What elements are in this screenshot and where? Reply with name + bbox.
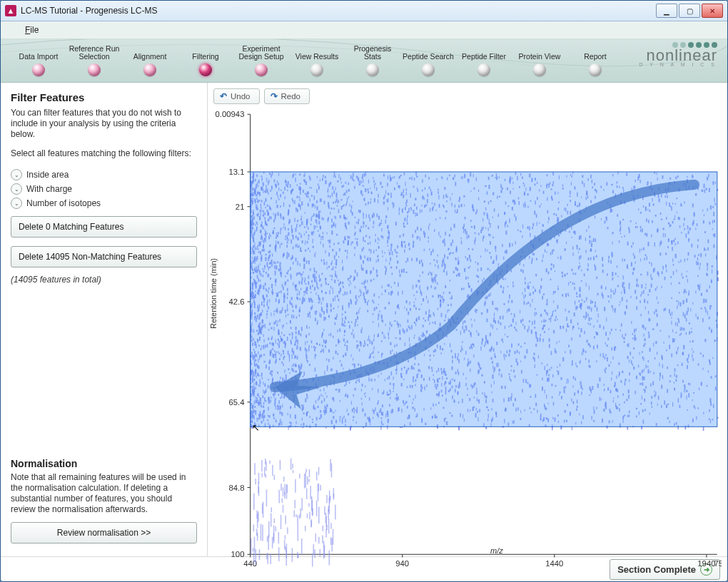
plot-panel: ↶Undo ↷Redo Retention time (min) m/z 0.0… xyxy=(208,83,727,556)
workflow-step-indicator xyxy=(88,63,101,76)
svg-rect-4240 xyxy=(331,463,333,477)
svg-rect-4327 xyxy=(323,541,325,559)
workflow-step-data-import[interactable]: Data Import xyxy=(11,44,66,76)
workflow-step-peptide-filter[interactable]: Peptide Filter xyxy=(456,44,512,76)
svg-rect-4284 xyxy=(309,512,310,519)
svg-rect-4325 xyxy=(283,487,284,496)
undo-icon: ↶ xyxy=(220,91,227,101)
delete-nonmatching-button[interactable]: Delete 14095 Non-Matching Features xyxy=(11,246,197,267)
svg-rect-4361 xyxy=(307,476,308,485)
workflow-step-indicator xyxy=(589,63,602,76)
svg-rect-4354 xyxy=(298,554,299,558)
brand-subtitle: D Y N A M I C S xyxy=(639,62,717,67)
filter-expander-label: Inside area xyxy=(26,170,69,180)
svg-rect-4314 xyxy=(285,546,286,551)
svg-rect-4281 xyxy=(325,513,327,524)
workflow-step-label: Alignment xyxy=(133,44,167,61)
workflow-step-indicator xyxy=(255,63,268,76)
svg-rect-4359 xyxy=(253,553,255,564)
svg-text:0.00943: 0.00943 xyxy=(216,110,245,118)
svg-text:75: 75 xyxy=(714,559,722,568)
svg-rect-4238 xyxy=(306,488,308,499)
minimize-button[interactable]: ▁ xyxy=(656,4,677,18)
svg-rect-4343 xyxy=(326,495,328,503)
svg-text:100: 100 xyxy=(231,550,245,558)
svg-rect-4289 xyxy=(318,537,320,543)
workflow-step-filtering[interactable]: Filtering xyxy=(178,44,233,76)
workflow-step-protein-view[interactable]: Protein View xyxy=(512,44,567,76)
svg-rect-4306 xyxy=(285,516,286,524)
workflow-step-progenesis-stats[interactable]: Progenesis Stats xyxy=(345,44,400,76)
svg-rect-4305 xyxy=(292,548,293,561)
svg-rect-4319 xyxy=(271,554,272,564)
workflow-step-label: Filtering xyxy=(192,44,218,61)
svg-rect-4312 xyxy=(255,549,256,565)
svg-rect-4321 xyxy=(253,548,254,551)
workflow-step-alignment[interactable]: Alignment xyxy=(122,44,178,76)
redo-icon: ↷ xyxy=(271,91,278,101)
workflow-step-report[interactable]: Report xyxy=(567,44,623,76)
svg-rect-4283 xyxy=(257,514,258,528)
svg-rect-4365 xyxy=(251,172,717,427)
svg-rect-4320 xyxy=(318,484,320,491)
svg-rect-4255 xyxy=(254,463,256,475)
workflow-step-indicator xyxy=(32,63,45,76)
sidebar-intro: You can filter features that you do not … xyxy=(11,108,197,140)
svg-rect-4282 xyxy=(266,489,268,506)
titlebar: ▲ LC-MS Tutorial - Progenesis LC-MS ▁ ▢ … xyxy=(1,1,727,21)
svg-rect-4323 xyxy=(262,504,263,514)
svg-rect-4260 xyxy=(316,471,318,480)
svg-rect-4244 xyxy=(297,516,298,524)
svg-rect-4231 xyxy=(285,535,286,538)
svg-text:↖: ↖ xyxy=(252,422,260,433)
svg-rect-4277 xyxy=(262,525,263,541)
file-menu[interactable]: File xyxy=(21,24,43,36)
svg-rect-4358 xyxy=(261,473,263,477)
svg-rect-4341 xyxy=(287,527,288,534)
svg-rect-4355 xyxy=(328,519,330,534)
close-button[interactable]: ✕ xyxy=(702,4,723,18)
filter-expander-inside-area[interactable]: ⌄Inside area xyxy=(11,169,197,180)
svg-rect-4256 xyxy=(278,490,280,504)
svg-rect-4330 xyxy=(312,500,313,516)
svg-rect-4300 xyxy=(286,553,288,558)
feature-total-label: (14095 features in total) xyxy=(11,275,197,285)
workflow-step-indicator xyxy=(422,63,435,76)
svg-rect-4348 xyxy=(275,526,276,531)
svg-rect-4243 xyxy=(330,523,332,529)
plot-area[interactable]: Retention time (min) m/z 0.0094313.12142… xyxy=(208,110,722,556)
review-normalisation-button[interactable]: Review normalisation >> xyxy=(11,522,197,543)
workflow-step-view-results[interactable]: View Results xyxy=(289,44,345,76)
workflow-step-experiment-design-setup[interactable]: Experiment Design Setup xyxy=(233,44,289,76)
svg-text:1940: 1940 xyxy=(697,559,715,568)
svg-rect-4280 xyxy=(261,524,262,540)
svg-rect-4250 xyxy=(278,532,280,543)
svg-rect-4229 xyxy=(280,515,282,529)
svg-rect-4291 xyxy=(310,486,311,499)
svg-rect-4246 xyxy=(299,514,300,519)
svg-rect-4349 xyxy=(331,538,333,552)
svg-rect-4351 xyxy=(251,538,252,555)
svg-rect-4302 xyxy=(330,537,332,545)
workflow-step-label: Progenesis Stats xyxy=(345,44,400,61)
filter-expander-number-of-isotopes[interactable]: ⌄Number of isotopes xyxy=(11,198,197,209)
workflow-step-label: Protein View xyxy=(519,44,561,61)
svg-rect-4249 xyxy=(300,509,301,518)
undo-button[interactable]: ↶Undo xyxy=(213,88,260,104)
svg-text:84.8: 84.8 xyxy=(228,484,244,492)
filter-expander-with-charge[interactable]: ⌄With charge xyxy=(11,183,197,195)
svg-rect-4311 xyxy=(330,459,331,471)
svg-rect-4258 xyxy=(293,510,295,517)
workflow-step-reference-run-selection[interactable]: Reference Run Selection xyxy=(66,44,122,76)
svg-rect-4339 xyxy=(271,507,272,512)
workflow-step-label: Peptide Filter xyxy=(462,44,506,61)
workflow-step-peptide-search[interactable]: Peptide Search xyxy=(400,44,456,76)
window-title: LC-MS Tutorial - Progenesis LC-MS xyxy=(21,6,656,16)
svg-rect-4345 xyxy=(307,514,308,519)
svg-rect-4270 xyxy=(329,551,330,566)
redo-button[interactable]: ↷Redo xyxy=(264,88,310,104)
workflow-step-label: Report xyxy=(584,44,607,61)
svg-rect-4313 xyxy=(329,491,330,504)
delete-matching-button[interactable]: Delete 0 Matching Features xyxy=(11,216,197,238)
maximize-button[interactable]: ▢ xyxy=(679,4,700,18)
